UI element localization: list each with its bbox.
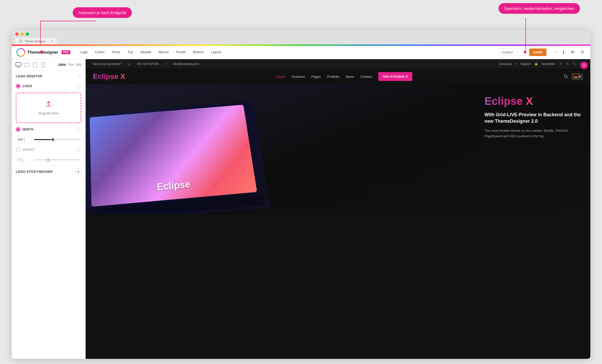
info-button[interactable]: ℹ bbox=[560, 49, 567, 56]
device-bar: 100% 75% 25% bbox=[12, 59, 85, 71]
logo-info-icon[interactable]: i bbox=[77, 84, 81, 88]
app: ThemeDesigner PRO LogoColorsFontsTopHead… bbox=[12, 45, 590, 359]
width-input[interactable]: 150 ▲▼ bbox=[16, 136, 31, 143]
callout-line-left-horizontal bbox=[40, 21, 96, 21]
new-eclipse-button[interactable]: New in Eclipse X bbox=[378, 72, 412, 81]
height-spinner[interactable]: ▲▼ bbox=[22, 157, 24, 162]
site-logo: Eclipse X bbox=[93, 72, 125, 81]
height-row: 90 ▲▼ bbox=[12, 154, 85, 166]
height-info-icon[interactable]: i bbox=[77, 147, 81, 152]
width-toggle[interactable] bbox=[16, 127, 20, 132]
browser-dots bbox=[15, 32, 587, 36]
zoom-25[interactable]: 25% bbox=[76, 63, 82, 67]
topbar-question: Have any Questions? bbox=[93, 62, 121, 65]
site-nav-contact[interactable]: Contact bbox=[360, 75, 372, 79]
nav-item-colors[interactable]: Colors bbox=[91, 46, 108, 59]
add-section-button[interactable]: + bbox=[580, 62, 588, 69]
height-label: HEIGHT bbox=[23, 148, 74, 152]
logo-sticky-header: Logo Stickyheader + bbox=[12, 166, 85, 178]
zoom-75[interactable]: 75% bbox=[68, 63, 74, 67]
callout-left: Anpassen je nach Endgerät bbox=[73, 7, 132, 18]
desktop-icon[interactable] bbox=[15, 62, 22, 68]
save-button[interactable]: SAVE bbox=[529, 49, 546, 56]
language-selector[interactable]: 🇩🇪 ▾ bbox=[571, 73, 583, 80]
section-collapse-button[interactable]: − bbox=[79, 74, 81, 79]
site-hero: Eclipse X With Grid-LIVE-Preview in Back… bbox=[86, 85, 590, 214]
logo-sticky-expand-button[interactable]: + bbox=[76, 169, 81, 175]
close-dot[interactable] bbox=[15, 32, 19, 36]
nav-item-logo[interactable]: Logo bbox=[77, 46, 91, 59]
width-toggle-row: WIDTH i bbox=[12, 125, 85, 134]
twitter-icon: 𝕏 bbox=[565, 62, 570, 66]
height-input[interactable]: 90 ▲▼ bbox=[16, 156, 31, 163]
tablet-landscape-icon[interactable] bbox=[24, 62, 30, 68]
upload-area[interactable]: Drag file here bbox=[16, 93, 81, 123]
xing-icon: 𝕏 bbox=[572, 62, 576, 66]
site-nav-features[interactable]: Features bbox=[292, 75, 305, 79]
height-slider[interactable] bbox=[34, 159, 81, 160]
topbar-support: Support bbox=[520, 62, 531, 65]
logo-text: ThemeDesigner bbox=[27, 50, 58, 55]
facebook-icon: f bbox=[559, 62, 563, 66]
height-toggle[interactable] bbox=[16, 147, 20, 152]
nav-item-layout[interactable]: Layout bbox=[207, 46, 225, 59]
site-nav-pages[interactable]: Pages bbox=[311, 75, 321, 79]
callout-line-right bbox=[525, 18, 526, 51]
topbar-separator: 📞 bbox=[127, 62, 131, 66]
topbar-right: Company ▾ Support 🔒 Anmelden f 𝕏 𝕏 ◻ bbox=[499, 62, 583, 66]
upload-icon bbox=[45, 100, 52, 109]
app-body: 100% 75% 25% Logo Desktop − LOGO bbox=[12, 59, 590, 359]
topbar-chevron: ▾ bbox=[515, 63, 517, 65]
width-label: WIDTH bbox=[23, 128, 74, 131]
nav-item-header[interactable]: Header bbox=[137, 46, 155, 59]
maximize-dot[interactable] bbox=[26, 32, 29, 36]
nav-dropdown[interactable]: ▾ bbox=[554, 50, 558, 54]
minimize-dot[interactable] bbox=[20, 32, 24, 36]
logo-toggle-row: LOGO i bbox=[12, 82, 85, 91]
device-screen: Eclipse bbox=[90, 105, 257, 207]
flag-dropdown-arrow: ▾ bbox=[579, 75, 580, 78]
width-spinner[interactable]: ▲▼ bbox=[23, 137, 25, 142]
zoom-100[interactable]: 100% bbox=[58, 63, 66, 67]
zoom-levels: 100% 75% 25% bbox=[58, 63, 82, 67]
site-nav-portfolio[interactable]: Portfolio bbox=[327, 75, 339, 79]
width-row: 150 ▲▼ bbox=[12, 134, 85, 145]
browser-window: Theme Designer ✕ ThemeDesigner P bbox=[12, 30, 590, 359]
preview-button[interactable]: 👁 bbox=[569, 49, 576, 56]
nav-item-footer[interactable]: Footer bbox=[172, 46, 189, 59]
site-nav-home[interactable]: Home bbox=[277, 75, 286, 79]
site-navbar: Eclipse X Home Features Pages Portfolio … bbox=[86, 68, 590, 85]
nav-item-bottom[interactable]: Bottom bbox=[189, 46, 207, 59]
logo-sticky-section: Logo Stickyheader + bbox=[12, 166, 85, 178]
browser-tab[interactable]: Theme Designer ✕ bbox=[15, 38, 57, 45]
tablet-portrait-icon[interactable] bbox=[32, 62, 38, 68]
logo-toggle[interactable] bbox=[16, 84, 20, 88]
height-toggle-row: HEIGHT i bbox=[12, 145, 85, 154]
width-slider[interactable] bbox=[34, 139, 81, 140]
preview-area: + Have any Questions? 📞 +01 123 444 555 … bbox=[86, 59, 590, 359]
logo-label: LOGO bbox=[23, 84, 74, 88]
width-info-icon[interactable]: i bbox=[77, 127, 81, 132]
device-icons bbox=[15, 62, 46, 68]
refresh-button[interactable]: ↺ bbox=[578, 49, 586, 56]
logo-desktop-label: Logo Desktop bbox=[16, 74, 42, 78]
project-name-input[interactable] bbox=[498, 49, 527, 56]
logo-sticky-label: Logo Stickyheader bbox=[16, 170, 53, 174]
flag-emoji: 🇩🇪 bbox=[574, 75, 578, 78]
app-nav-items: LogoColorsFontsTopHeaderMenusFooterBotto… bbox=[77, 46, 499, 59]
site-topbar: Have any Questions? 📞 +01 123 444 555 ✉ … bbox=[86, 59, 590, 68]
callout-dot-left bbox=[40, 51, 43, 53]
upload-label: Drag file here bbox=[38, 111, 59, 115]
nav-item-menus[interactable]: Menus bbox=[155, 46, 172, 59]
tab-favicon bbox=[19, 39, 23, 43]
mobile-icon[interactable] bbox=[40, 62, 46, 68]
tab-close-button[interactable]: ✕ bbox=[51, 39, 53, 43]
svg-rect-6 bbox=[33, 62, 37, 67]
site-nav-news[interactable]: News bbox=[346, 75, 354, 79]
logo-desktop-header: Logo Desktop − bbox=[12, 71, 85, 82]
topbar-separator2: ✉ bbox=[165, 62, 167, 66]
app-logo: ThemeDesigner PRO bbox=[16, 48, 70, 57]
search-icon[interactable] bbox=[564, 74, 568, 79]
nav-item-top[interactable]: Top bbox=[124, 46, 137, 59]
nav-item-fonts[interactable]: Fonts bbox=[108, 46, 124, 59]
